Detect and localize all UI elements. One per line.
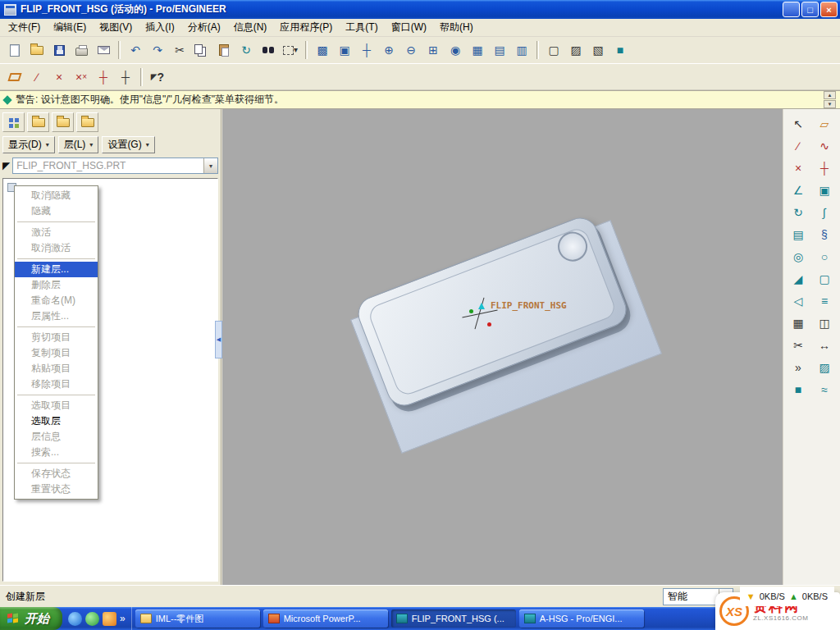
zoom-out-button[interactable]: ⊖ (400, 40, 422, 61)
datum-point-icon: × (795, 162, 801, 174)
wireframe-button[interactable]: ▢ (543, 40, 564, 61)
folder-transfer-button[interactable] (27, 112, 49, 132)
saved-views-button[interactable]: ▦ (467, 40, 488, 61)
menu-analysis[interactable]: 分析(A) (181, 18, 227, 37)
datum-point-offset-button[interactable]: ×× (71, 66, 92, 87)
datum-plane-button[interactable] (4, 66, 25, 87)
print-button[interactable] (71, 40, 92, 61)
regenerate-button[interactable]: ↻ (235, 40, 257, 61)
menu-view[interactable]: 视图(V) (93, 18, 139, 37)
message-scroll-up-button[interactable]: ▲ (824, 91, 836, 99)
cm-select-layer[interactable]: 选取层 (15, 413, 98, 429)
menu-file[interactable]: 文件(F) (2, 18, 47, 37)
spin-center-button[interactable]: ┼ (356, 40, 377, 61)
sweep-button[interactable]: ∫ (812, 202, 837, 222)
save-button[interactable] (48, 40, 70, 61)
display-dropdown[interactable]: 显示(D) ▾ (2, 136, 55, 153)
panel-collapse-handle[interactable]: ◀ (215, 321, 222, 358)
offset-button[interactable]: » (786, 357, 810, 377)
datum-curve-button[interactable]: ∿ (812, 135, 837, 156)
message-scroll-down-button[interactable]: ▼ (824, 100, 836, 108)
task-button-flip-front-hsg[interactable]: FLIP_FRONT_HSG (... (391, 609, 516, 628)
messenger-icon[interactable] (85, 612, 99, 626)
reorient-button[interactable]: ◉ (445, 40, 466, 61)
select-filter-button[interactable]: ▾ (280, 40, 301, 61)
shading-button[interactable]: ■ (609, 40, 631, 61)
cut-button[interactable]: ✂ (169, 40, 190, 61)
rib-button[interactable]: ≡ (812, 290, 837, 311)
menu-help[interactable]: 帮助(H) (433, 18, 480, 37)
pattern-button[interactable]: ▦ (786, 313, 810, 333)
paste-button[interactable] (213, 40, 235, 61)
menu-insert[interactable]: 插入(I) (139, 18, 180, 37)
menu-tools[interactable]: 工具(T) (339, 18, 384, 37)
redo-button[interactable]: ↷ (147, 40, 168, 61)
blend-button[interactable]: ▤ (786, 224, 810, 244)
datum-axis-tool-button[interactable]: ∕ (786, 135, 810, 156)
open-button[interactable] (26, 40, 48, 61)
task-button-powerpoint[interactable]: Microsoft PowerP... (263, 609, 388, 628)
extrude-button[interactable]: ▣ (812, 180, 837, 200)
chamfer-button[interactable]: ◢ (786, 268, 810, 289)
style-button[interactable]: § (812, 224, 837, 244)
undo-button[interactable]: ↶ (125, 40, 146, 61)
shade-button[interactable]: ▣ (334, 40, 355, 61)
quick-launch-overflow-icon[interactable]: » (120, 613, 126, 624)
layer-dropdown[interactable]: 层(L) ▾ (58, 136, 99, 153)
menu-window[interactable]: 窗口(W) (385, 18, 433, 37)
datum-csys-button[interactable]: ┼ (93, 66, 114, 87)
context-help-button[interactable]: ◤? (147, 66, 168, 87)
draft-button[interactable]: ◁ (786, 290, 810, 311)
solidify-button[interactable]: ■ (786, 379, 810, 399)
model-combobox-arrow[interactable]: ▾ (203, 158, 217, 173)
sketch-button[interactable]: ∠ (786, 180, 810, 200)
round-button[interactable]: ○ (812, 246, 837, 267)
minimize-button[interactable]: _ (783, 2, 800, 17)
shell-button[interactable]: ▢ (812, 268, 837, 289)
layer-tree-button[interactable] (2, 112, 25, 132)
select-button[interactable]: ↖ (786, 113, 810, 134)
new-folder-button[interactable] (52, 112, 74, 132)
view-manager-button[interactable]: ▥ (511, 40, 532, 61)
maximize-button[interactable]: □ (801, 2, 819, 17)
media-player-icon[interactable] (103, 612, 116, 626)
coordinate-system-button[interactable]: ┼ (812, 158, 837, 178)
datum-point-tool-button[interactable]: × (786, 158, 810, 178)
menu-edit[interactable]: 编辑(E) (47, 18, 93, 37)
menu-applications[interactable]: 应用程序(P) (273, 18, 339, 37)
hidden-line-button[interactable]: ▨ (565, 40, 587, 61)
model-combobox[interactable]: FLIP_FRONT_HSG.PRT ▾ (12, 158, 218, 174)
layers-button[interactable]: ▤ (489, 40, 510, 61)
datum-plane-tool-button[interactable]: ▱ (812, 113, 837, 134)
copy-folder-button[interactable] (76, 112, 98, 132)
email-button[interactable] (93, 40, 114, 61)
default-csys-button[interactable]: ┼ (115, 66, 136, 87)
warp-button[interactable]: ≈ (812, 379, 837, 399)
start-button[interactable]: 开始 (0, 607, 62, 630)
refit-button[interactable]: ⊞ (422, 40, 444, 61)
trim-button[interactable]: ✂ (786, 335, 810, 355)
close-button[interactable]: × (820, 2, 838, 17)
menu-info[interactable]: 信息(N) (227, 18, 274, 37)
extend-button[interactable]: ↔ (812, 335, 837, 355)
task-button-iml[interactable]: IML--零件图 (135, 609, 260, 628)
find-button[interactable] (258, 40, 279, 61)
revolve-button[interactable]: ↻ (786, 202, 810, 222)
cm-new-layer[interactable]: 新建层... (15, 262, 98, 277)
hole-button[interactable]: ◎ (786, 246, 810, 267)
ie-icon[interactable] (68, 612, 82, 626)
hidden-line-icon: ▨ (570, 44, 581, 56)
zoom-in-button[interactable]: ⊕ (378, 40, 399, 61)
copy-button[interactable] (191, 40, 212, 61)
task-button-a-hsg[interactable]: A-HSG - Pro/ENGI... (519, 609, 644, 628)
mirror-button[interactable]: ◫ (812, 313, 837, 333)
datum-point-button[interactable]: × (48, 66, 70, 87)
settings-dropdown[interactable]: 设置(G) ▾ (102, 136, 154, 153)
new-file-button[interactable] (4, 40, 25, 61)
graphics-viewport[interactable]: FLIP_FRONT_HSG (222, 109, 783, 585)
no-hidden-button[interactable]: ▧ (587, 40, 609, 61)
shading-icon: ■ (617, 44, 623, 56)
datum-axis-button[interactable]: ∕ (26, 66, 48, 87)
repaint-button[interactable]: ▩ (312, 40, 333, 61)
thicken-button[interactable]: ▨ (812, 357, 837, 377)
